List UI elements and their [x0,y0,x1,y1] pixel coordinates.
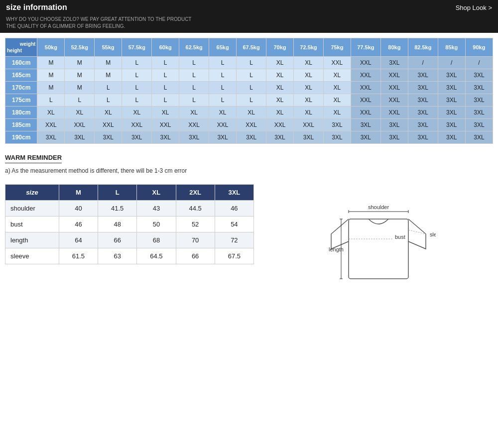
matrix-cell: XL [237,107,266,119]
weight-header-cell: 50kg [37,38,65,57]
matrix-cell: XXL [294,119,324,131]
corner-cell: weightheight [5,38,37,57]
size-column-header: 2XL [176,185,215,201]
matrix-cell: XXL [122,119,152,131]
table-row: 190cm3XL3XL3XL3XL3XL3XL3XL3XL3XL3XL3XL3X… [5,131,493,144]
matrix-cell: 3XL [408,107,438,119]
matrix-cell: / [465,57,493,69]
matrix-cell: XXL [95,119,122,131]
matrix-cell: 3XL [266,131,293,144]
matrix-cell: M [37,57,65,69]
size-row-label: bust [5,217,59,232]
matrix-cell: L [122,57,152,69]
matrix-cell: L [237,94,266,107]
size-row-label: length [5,232,59,248]
height-cell: 185cm [5,119,37,131]
size-row-label: sleeve [5,248,59,264]
matrix-cell: L [209,69,237,82]
weight-header-cell: 52.5kg [65,38,95,57]
matrix-cell: 3XL [465,119,493,131]
matrix-cell: XL [266,82,293,94]
warm-reminder-title: WARM REMINDER [5,154,62,163]
size-row-value: 64.5 [137,248,176,264]
matrix-cell: 3XL [438,82,465,94]
garment-svg: shoulder bust length sleeve [321,184,436,289]
table-row: length6466687072 [5,232,254,248]
size-row-value: 48 [98,217,137,232]
size-column-header: M [59,185,98,201]
matrix-cell: XL [266,107,293,119]
matrix-cell: 3XL [152,131,179,144]
weight-header-cell: 85kg [438,38,465,57]
matrix-cell: 3XL [179,131,209,144]
size-row-value: 52 [176,217,215,232]
warm-reminder-item: a) As the measurement method is differen… [5,167,493,174]
weight-header-cell: 67.5kg [237,38,266,57]
matrix-cell: XL [294,57,324,69]
matrix-cell: XXL [209,119,237,131]
matrix-cell: M [65,69,95,82]
matrix-cell: XL [152,107,179,119]
weight-header-cell: 82.5kg [408,38,438,57]
matrix-cell: L [237,69,266,82]
size-row-value: 68 [137,232,176,248]
matrix-cell: L [122,82,152,94]
matrix-cell: XXL [323,57,351,69]
matrix-cell: 3XL [438,107,465,119]
matrix-cell: L [95,82,122,94]
matrix-cell: 3XL [438,119,465,131]
matrix-cell: XXL [351,82,380,94]
table-row: sleeve61.56364.56667.5 [5,248,254,264]
matrix-cell: XL [294,82,324,94]
matrix-cell: 3XL [465,107,493,119]
matrix-cell: XXL [351,57,380,69]
table-row: 180cmXLXLXLXLXLXLXLXLXLXLXLXXLXXL3XL3XL3… [5,107,493,119]
matrix-cell: M [95,69,122,82]
shoulder-label: shoulder [368,204,389,210]
weight-header-cell: 72.5kg [294,38,324,57]
size-detail-table: sizeMLXL2XL3XLshoulder4041.54344.546bust… [5,184,254,264]
tagline-line2: THE QUALITY OF A GLIMMER OF BRING FEELIN… [6,23,492,30]
svg-rect-0 [349,219,408,279]
matrix-cell: 3XL [294,131,324,144]
matrix-cell: L [122,94,152,107]
weight-header-cell: 70kg [266,38,293,57]
matrix-cell: 3XL [37,131,65,144]
size-column-header: L [98,185,137,201]
matrix-cell: XL [294,107,324,119]
matrix-cell: M [95,57,122,69]
matrix-cell: XL [122,107,152,119]
height-cell: 180cm [5,107,37,119]
matrix-cell: 3XL [465,131,493,144]
matrix-cell: 3XL [438,131,465,144]
bust-label: bust [395,234,405,240]
matrix-cell: 3XL [408,94,438,107]
weight-header-cell: 75kg [323,38,351,57]
matrix-cell: XL [323,69,351,82]
weight-header-cell: 62.5kg [179,38,209,57]
size-row-value: 54 [215,217,253,232]
matrix-cell: 3XL [408,82,438,94]
size-column-header: 3XL [215,185,253,201]
matrix-cell: XXL [380,82,408,94]
size-row-value: 72 [215,232,253,248]
matrix-cell: XL [266,57,293,69]
matrix-cell: 3XL [209,131,237,144]
matrix-cell: 3XL [323,119,351,131]
matrix-cell: 3XL [380,131,408,144]
matrix-cell: L [179,69,209,82]
matrix-cell: L [65,94,95,107]
matrix-cell: L [152,69,179,82]
matrix-cell: XL [266,94,293,107]
page-title: size information [6,3,67,12]
weight-header-cell: 55kg [95,38,122,57]
shop-look-link[interactable]: Shop Look > [456,4,492,11]
size-row-value: 66 [98,232,137,248]
matrix-cell: L [209,82,237,94]
height-cell: 170cm [5,82,37,94]
matrix-cell: M [37,69,65,82]
matrix-cell: L [179,57,209,69]
matrix-cell: 3XL [95,131,122,144]
matrix-cell: 3XL [237,131,266,144]
tagline-line1: WHY DO YOU CHOOSE ZOLO? WE PAY GREAT ATT… [6,16,492,23]
